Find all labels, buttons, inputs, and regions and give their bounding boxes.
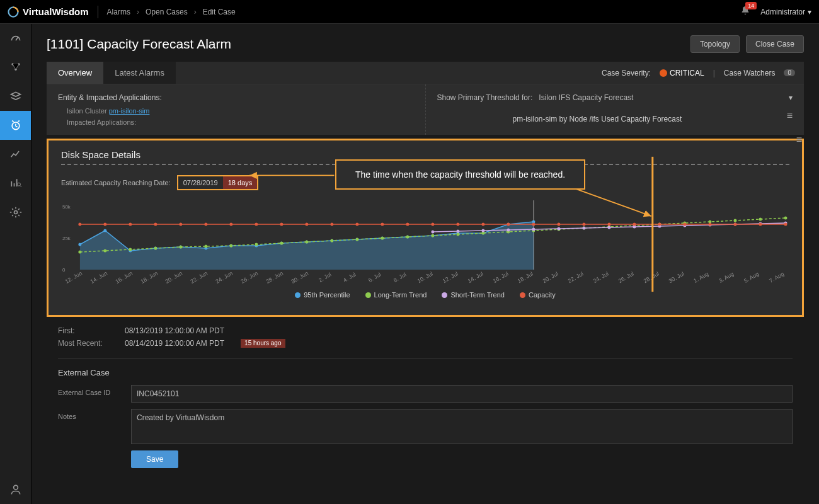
notification-badge: 14	[745, 2, 757, 9]
svg-point-93	[532, 223, 535, 226]
svg-point-78	[154, 223, 157, 226]
external-case-title: External Case	[58, 368, 793, 377]
legend-item: Capacity	[520, 291, 556, 299]
legend-item: Long-Term Trend	[365, 291, 427, 299]
logo-icon	[8, 6, 19, 18]
nav-settings[interactable]	[0, 198, 31, 227]
tab-latest-alarms[interactable]: Latest Alarms	[103, 62, 176, 84]
alarm-clock-icon	[9, 119, 22, 132]
breadcrumb-item[interactable]: Open Cases	[146, 8, 188, 16]
threshold-label: Show Primary Threshold for:	[437, 93, 533, 102]
svg-point-94	[557, 223, 560, 226]
svg-point-34	[154, 247, 157, 250]
app-name: VirtualWisdom	[23, 6, 89, 17]
svg-point-6	[14, 211, 17, 214]
recent-ago-badge: 15 hours ago	[241, 339, 285, 348]
svg-point-100	[709, 223, 712, 226]
chevron-right-icon: ›	[194, 8, 197, 16]
external-id-input[interactable]	[131, 385, 793, 403]
svg-point-96	[607, 223, 610, 226]
impacted-apps-label: Impacted Applications:	[67, 118, 414, 126]
svg-point-90	[456, 223, 459, 226]
svg-point-64	[532, 228, 535, 231]
tab-overview[interactable]: Overview	[47, 62, 103, 84]
page-header: [1101] Capacity Forecast Alarm Topology …	[47, 35, 804, 53]
svg-text:0: 0	[62, 267, 66, 273]
nav-alarms[interactable]	[0, 111, 31, 140]
user-menu[interactable]: Administrator ▾	[760, 8, 811, 16]
svg-point-87	[381, 223, 384, 226]
svg-point-77	[129, 223, 132, 226]
case-watchers-count: 0	[784, 69, 795, 76]
breadcrumb-item[interactable]: Alarms	[107, 8, 130, 16]
svg-point-32	[103, 249, 106, 253]
chart-menu-button[interactable]: ≡	[796, 134, 802, 146]
case-watchers-label: Case Watchers	[724, 69, 776, 77]
notifications-button[interactable]: 14	[740, 6, 750, 18]
entity-header: Entity & Impacted Applications:	[58, 93, 414, 102]
nav-topology[interactable]	[0, 53, 31, 82]
divider	[98, 6, 98, 18]
nav-analytics[interactable]	[0, 169, 31, 198]
legend-item: 95th Percentile	[295, 291, 350, 299]
nav-dashboard[interactable]	[0, 24, 31, 53]
svg-point-84	[305, 223, 308, 226]
svg-point-13	[103, 229, 106, 232]
svg-point-88	[406, 223, 409, 226]
breadcrumb: Alarms › Open Cases › Edit Case	[107, 8, 236, 16]
nav-trends[interactable]	[0, 140, 31, 169]
chart-legend: 95th PercentileLong-Term TrendShort-Term…	[61, 291, 789, 299]
svg-point-62	[481, 229, 484, 232]
first-value: 08/13/2019 12:00:00 AM PDT	[125, 326, 224, 335]
svg-point-7	[13, 485, 18, 490]
nav-layers[interactable]	[0, 82, 31, 111]
annotation-callout: The time when the capacity threshold wil…	[335, 159, 585, 190]
user-name: Administrator	[760, 8, 805, 16]
threshold-select[interactable]: Isilon IFS Capacity Forecast	[539, 93, 782, 102]
alarm-detail-rows: First: 08/13/2019 12:00:00 AM PDT Most R…	[58, 317, 793, 359]
recent-label: Most Recent:	[58, 339, 112, 348]
close-case-button[interactable]: Close Case	[746, 35, 804, 53]
case-severity-value: CRITICAL	[660, 69, 704, 77]
recent-value: 08/14/2019 12:00:00 AM PDT	[125, 339, 224, 348]
disk-space-title: Disk Space Details	[61, 149, 789, 160]
gauge-icon	[9, 32, 22, 45]
svg-point-86	[355, 223, 358, 226]
save-button[interactable]: Save	[131, 450, 178, 468]
breadcrumb-item: Edit Case	[203, 8, 236, 16]
nodes-icon	[9, 61, 22, 74]
left-nav	[0, 24, 32, 504]
capacity-chart[interactable]: 025k50k 12. Jun14. Jun16. Jun18. Jun20. …	[61, 197, 789, 304]
caret-down-icon[interactable]: ▾	[789, 93, 793, 102]
chevron-right-icon: ›	[137, 8, 139, 16]
svg-point-65	[557, 227, 560, 231]
legend-item: Short-Term Trend	[442, 291, 505, 299]
nav-profile[interactable]	[0, 475, 31, 504]
svg-point-45	[431, 234, 434, 238]
svg-point-42	[355, 238, 358, 241]
svg-point-12	[78, 243, 81, 246]
svg-point-80	[204, 223, 207, 226]
svg-point-81	[229, 223, 232, 226]
est-capacity-days: 18 days	[223, 176, 258, 189]
layers-icon	[9, 90, 22, 103]
cluster-link[interactable]: pm-isilon-sim	[109, 107, 150, 115]
chart-menu-button[interactable]: ≡	[787, 110, 793, 122]
svg-point-83	[280, 223, 283, 226]
notes-input[interactable]	[131, 409, 793, 444]
svg-point-57	[734, 219, 737, 222]
svg-point-99	[684, 223, 687, 226]
svg-point-75	[78, 223, 81, 226]
main-content: [1101] Capacity Forecast Alarm Topology …	[32, 24, 819, 504]
topology-button[interactable]: Topology	[690, 35, 740, 53]
external-id-label: External Case ID	[58, 385, 121, 396]
disk-space-panel: Disk Space Details ≡ Estimated Capacity …	[47, 139, 804, 317]
line-chart-icon	[9, 148, 22, 161]
page-title: [1101] Capacity Forecast Alarm	[47, 37, 231, 52]
svg-point-63	[507, 229, 510, 232]
caret-down-icon: ▾	[808, 8, 811, 16]
svg-point-37	[229, 244, 232, 248]
critical-icon	[660, 69, 667, 77]
svg-point-79	[179, 223, 182, 226]
tabs-row: Overview Latest Alarms Case Severity: CR…	[47, 62, 804, 84]
